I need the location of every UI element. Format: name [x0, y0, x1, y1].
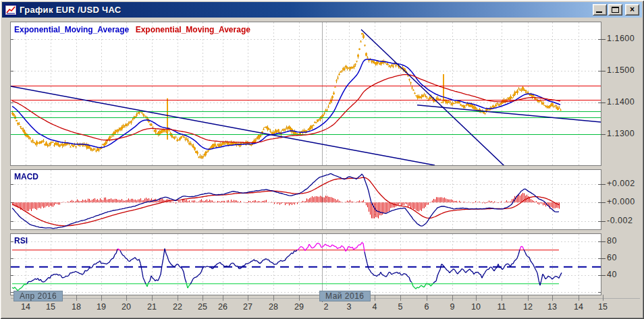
x-axis-label: 14	[14, 302, 37, 312]
x-axis-tick	[101, 295, 102, 301]
chart-window: График EUR /USD ЧАС × Exponential_Moving…	[0, 0, 644, 319]
maximize-icon	[612, 7, 619, 13]
x-axis-label: 21	[140, 302, 163, 312]
x-axis-label: 14	[567, 302, 590, 312]
y-axis-tick	[601, 221, 606, 222]
month-badge: Май 2016	[319, 291, 371, 301]
y-axis-label: 1.1400	[607, 97, 643, 107]
x-axis-tick	[400, 295, 401, 301]
x-axis-label: 27	[236, 302, 259, 312]
price-chart-canvas[interactable]	[11, 22, 601, 165]
x-axis-tick	[603, 295, 603, 301]
x-axis-tick	[476, 295, 477, 301]
rsi-label: RSI	[14, 236, 28, 245]
x-axis-label: 13	[541, 302, 564, 312]
x-axis-label: 6	[415, 302, 438, 312]
x-axis-tick	[579, 295, 579, 301]
window-titlebar[interactable]: График EUR /USD ЧАС ×	[2, 2, 642, 18]
rsi-panel[interactable]: RSI	[10, 233, 601, 295]
x-axis-label: 28	[262, 302, 285, 312]
y-axis-tick	[601, 39, 606, 40]
y-axis-tick	[601, 71, 606, 71]
x-axis-tick	[76, 295, 77, 301]
line-chart-icon[interactable]	[5, 5, 17, 16]
x-axis-tick	[375, 295, 375, 301]
x-axis-tick	[178, 295, 178, 301]
x-axis-tick	[273, 295, 274, 301]
x-axis-label: 12	[516, 302, 539, 312]
x-axis-label: 10	[464, 302, 487, 312]
y-axis-label: 80	[607, 236, 643, 245]
x-axis-label: 5	[389, 302, 412, 312]
x-axis-tick	[299, 295, 300, 301]
y-axis-label: 40	[607, 270, 643, 279]
x-axis-label: 29	[288, 302, 311, 312]
y-axis-label: 1.1300	[607, 129, 643, 138]
y-axis-tick	[601, 134, 606, 135]
price-chart-panel[interactable]: Exponential_Moving_Average Exponential_M…	[10, 22, 601, 166]
window-title: График EUR /USD ЧАС	[20, 5, 122, 15]
macd-canvas[interactable]	[11, 170, 601, 229]
y-axis-label: 60	[607, 253, 643, 262]
y-axis-label: +0.000	[607, 197, 643, 206]
y-axis-label: -0.002	[607, 216, 643, 225]
x-axis-label: 9	[441, 302, 464, 312]
y-axis-tick	[601, 103, 606, 103]
macd-label: MACD	[14, 172, 38, 181]
x-axis-tick	[248, 295, 248, 301]
y-axis-label: 1.1500	[607, 65, 643, 75]
close-button[interactable]: ×	[625, 4, 639, 16]
rsi-canvas[interactable]	[11, 234, 601, 295]
x-axis-label: 11	[490, 302, 513, 312]
y-axis-tick	[601, 258, 606, 259]
x-axis-label: 3	[338, 302, 360, 312]
x-axis-label: 2	[315, 302, 338, 312]
minimize-button[interactable]	[593, 4, 607, 16]
x-axis-tick	[502, 295, 502, 301]
x-axis-tick	[427, 295, 427, 301]
x-axis-label: 15	[39, 302, 62, 312]
ema-red-legend-label: Exponential_Moving_Average	[136, 25, 250, 34]
y-axis-label: 1.1600	[607, 34, 643, 43]
x-axis-label: 26	[211, 302, 234, 312]
x-axis-tick	[203, 295, 203, 301]
x-axis-tick	[126, 295, 127, 301]
y-axis-tick	[601, 275, 606, 276]
x-axis-tick	[552, 295, 553, 301]
ema-legend: Exponential_Moving_Average Exponential_M…	[14, 25, 254, 34]
y-axis-tick	[601, 202, 606, 203]
close-icon: ×	[626, 5, 639, 15]
minimize-icon	[596, 11, 602, 13]
y-axis-tick	[601, 241, 606, 242]
macd-panel[interactable]: MACD	[10, 169, 601, 230]
x-axis-label: 22	[166, 302, 189, 312]
x-axis-tick	[152, 295, 153, 301]
y-axis-label: +0.002	[607, 179, 643, 188]
x-axis-tick	[452, 295, 453, 301]
x-axis-tick	[528, 295, 529, 301]
x-axis-label: 25	[191, 302, 214, 312]
month-badge: Апр 2016	[14, 291, 63, 301]
x-axis-label: 18	[65, 302, 88, 312]
ema-blue-legend-label: Exponential_Moving_Average	[14, 25, 129, 34]
x-axis-label: 19	[90, 302, 113, 312]
y-axis-tick	[601, 184, 606, 185]
maximize-button[interactable]	[608, 4, 622, 16]
x-axis-tick	[223, 295, 223, 301]
x-axis-label: 20	[115, 302, 138, 312]
x-axis-label: 15	[591, 302, 614, 312]
x-axis-label: 4	[363, 302, 386, 312]
